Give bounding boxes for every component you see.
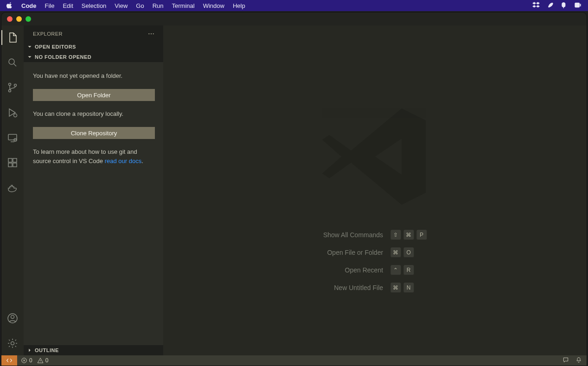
activity-bar xyxy=(1,25,24,355)
window-zoom-button[interactable] xyxy=(26,16,31,22)
svg-point-14 xyxy=(11,342,14,345)
menu-edit[interactable]: Edit xyxy=(63,2,73,9)
shortcut-new-file-label: New Untitled File xyxy=(323,284,383,291)
shortcut-open-recent-keys: ⌃ R xyxy=(390,265,427,275)
window-close-button[interactable] xyxy=(7,16,13,22)
shortcut-open-file-keys: ⌘ O xyxy=(390,247,427,258)
key-p: P xyxy=(416,230,427,240)
editor-area: Show All Commands ⇧ ⌘ P Open File or Fol… xyxy=(163,25,587,355)
menu-file[interactable]: File xyxy=(45,2,55,9)
svg-rect-0 xyxy=(575,3,579,7)
open-folder-button[interactable]: Open Folder xyxy=(33,89,155,101)
svg-point-4 xyxy=(14,84,17,87)
svg-rect-9 xyxy=(8,163,12,167)
git-branch-icon xyxy=(7,82,18,93)
apple-logo-icon[interactable] xyxy=(6,2,13,10)
menu-selection[interactable]: Selection xyxy=(82,2,106,9)
svg-rect-6 xyxy=(8,134,17,140)
key-ctrl: ⌃ xyxy=(390,265,401,275)
activity-remote-explorer[interactable] xyxy=(1,128,24,147)
docs-message-period: . xyxy=(141,158,143,164)
window-titlebar xyxy=(1,13,587,25)
warning-icon xyxy=(37,357,44,364)
account-icon xyxy=(7,313,18,324)
activity-run-debug[interactable] xyxy=(1,103,24,122)
files-icon xyxy=(7,32,18,43)
elephant-icon[interactable] xyxy=(560,1,568,10)
svg-point-15 xyxy=(148,33,149,34)
macos-menubar: Code File Edit Selection View Go Run Ter… xyxy=(0,0,588,11)
chevron-down-icon xyxy=(26,44,33,50)
key-shift: ⇧ xyxy=(390,230,401,240)
svg-point-17 xyxy=(153,33,154,34)
key-cmd: ⌘ xyxy=(403,230,414,240)
svg-rect-8 xyxy=(8,158,12,162)
svg-point-1 xyxy=(9,59,14,64)
activity-explorer[interactable] xyxy=(1,28,24,47)
section-outline-label: OUTLINE xyxy=(35,347,59,353)
shortcut-show-all-commands-keys: ⇧ ⌘ P xyxy=(390,230,427,240)
read-our-docs-link[interactable]: read our docs xyxy=(105,158,142,164)
clone-repository-button[interactable]: Clone Repository xyxy=(33,127,155,139)
activity-settings[interactable] xyxy=(1,334,24,353)
section-open-editors[interactable]: OPEN EDITORS xyxy=(24,42,163,52)
chevron-down-icon xyxy=(26,54,33,60)
status-feedback-button[interactable] xyxy=(562,357,569,365)
chevron-right-icon xyxy=(26,347,33,353)
ellipsis-icon xyxy=(147,30,155,38)
svg-point-13 xyxy=(11,316,14,319)
activity-docker[interactable] xyxy=(1,178,24,197)
no-folder-panel: You have not yet opened a folder. Open F… xyxy=(24,62,163,345)
activity-extensions[interactable] xyxy=(1,153,24,172)
docker-icon xyxy=(7,182,18,193)
no-folder-message: You have not yet opened a folder. xyxy=(33,71,155,81)
search-icon xyxy=(7,57,18,68)
menu-app-code[interactable]: Code xyxy=(21,2,37,9)
sidebar-more-button[interactable] xyxy=(147,30,155,38)
section-outline[interactable]: OUTLINE xyxy=(24,345,163,355)
key-r: R xyxy=(403,265,414,275)
status-warnings-count: 0 xyxy=(45,357,49,364)
svg-point-5 xyxy=(14,114,17,117)
svg-point-3 xyxy=(9,90,11,92)
menu-help[interactable]: Help xyxy=(233,2,245,9)
vscode-logo-watermark xyxy=(315,96,435,219)
menu-run[interactable]: Run xyxy=(153,2,164,9)
remote-window-button[interactable] xyxy=(1,355,17,366)
key-cmd: ⌘ xyxy=(390,247,401,258)
gear-icon xyxy=(7,338,18,349)
remote-icon xyxy=(7,132,18,143)
menu-terminal[interactable]: Terminal xyxy=(172,2,195,9)
shortcut-open-file-label: Open File or Folder xyxy=(323,249,383,256)
window-minimize-button[interactable] xyxy=(16,16,22,22)
sidebar-explorer: EXPLORER OPEN EDITORS NO FOLDER OPENED Y… xyxy=(24,25,163,355)
feather-icon[interactable] xyxy=(546,1,554,10)
activity-search[interactable] xyxy=(1,53,24,72)
activity-accounts[interactable] xyxy=(1,309,24,328)
shortcut-show-all-commands-label: Show All Commands xyxy=(323,231,383,239)
svg-point-2 xyxy=(9,83,11,86)
key-cmd: ⌘ xyxy=(390,283,401,293)
status-problems[interactable]: 0 0 xyxy=(17,355,52,366)
key-n: N xyxy=(403,283,414,293)
menu-go[interactable]: Go xyxy=(136,2,144,9)
play-bug-icon xyxy=(7,107,18,118)
sidecar-icon[interactable] xyxy=(574,1,582,10)
status-notifications-button[interactable] xyxy=(575,357,582,365)
error-icon xyxy=(21,357,27,364)
svg-point-16 xyxy=(151,33,152,34)
svg-rect-10 xyxy=(13,163,17,167)
section-no-folder[interactable]: NO FOLDER OPENED xyxy=(24,52,163,62)
svg-rect-11 xyxy=(13,158,17,162)
menu-window[interactable]: Window xyxy=(203,2,224,9)
vscode-window: EXPLORER OPEN EDITORS NO FOLDER OPENED Y… xyxy=(1,12,587,366)
sidebar-title: EXPLORER xyxy=(33,31,63,37)
welcome-shortcuts: Show All Commands ⇧ ⌘ P Open File or Fol… xyxy=(323,230,427,293)
key-o: O xyxy=(403,247,414,258)
comment-icon xyxy=(562,357,569,363)
dropbox-icon[interactable] xyxy=(532,1,540,10)
menu-view[interactable]: View xyxy=(115,2,128,9)
extensions-icon xyxy=(7,157,18,168)
activity-source-control[interactable] xyxy=(1,78,24,97)
shortcut-new-file-keys: ⌘ N xyxy=(390,283,427,293)
